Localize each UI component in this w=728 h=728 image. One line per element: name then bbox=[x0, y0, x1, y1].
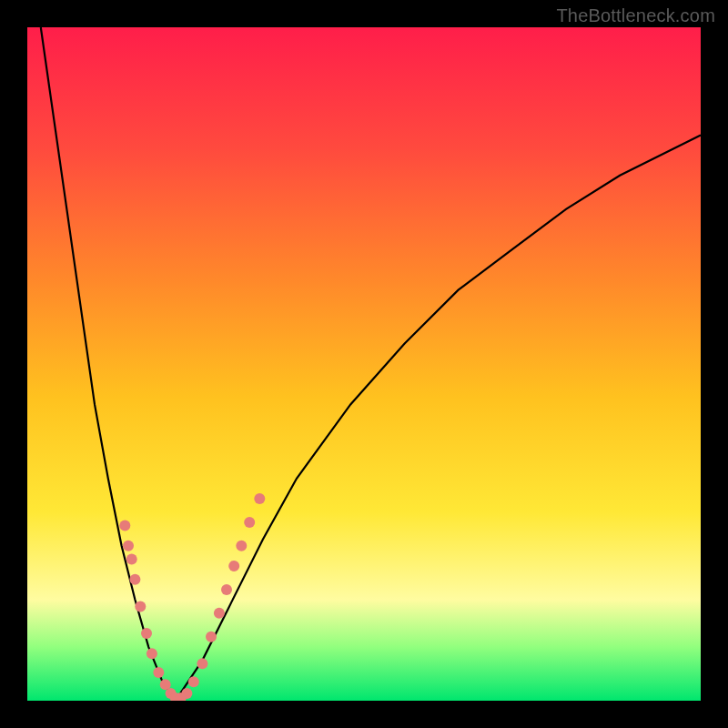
highlight-dot bbox=[141, 628, 152, 639]
highlight-dot bbox=[135, 601, 146, 612]
curve-svg bbox=[27, 27, 701, 701]
highlight-dot bbox=[126, 554, 137, 565]
curve-left-branch bbox=[41, 27, 176, 701]
highlight-dots bbox=[119, 493, 265, 701]
highlight-dot bbox=[153, 667, 164, 678]
highlight-dot bbox=[244, 517, 255, 528]
highlight-dot bbox=[129, 574, 140, 585]
highlight-dot bbox=[123, 541, 134, 551]
chart-frame: TheBottleneck.com bbox=[0, 0, 728, 728]
highlight-dot bbox=[181, 688, 192, 699]
curve-right-branch bbox=[176, 135, 701, 701]
plot-area bbox=[27, 27, 701, 701]
highlight-dot bbox=[147, 648, 157, 659]
highlight-dot bbox=[254, 493, 265, 504]
highlight-dot bbox=[119, 521, 130, 531]
highlight-dot bbox=[228, 561, 239, 571]
highlight-dot bbox=[206, 632, 217, 642]
highlight-dot bbox=[214, 608, 225, 619]
bottleneck-curve bbox=[41, 27, 701, 701]
highlight-dot bbox=[197, 658, 207, 669]
highlight-dot bbox=[188, 676, 199, 687]
highlight-dot bbox=[236, 541, 247, 551]
highlight-dot bbox=[221, 584, 232, 595]
watermark-text: TheBottleneck.com bbox=[556, 5, 715, 26]
